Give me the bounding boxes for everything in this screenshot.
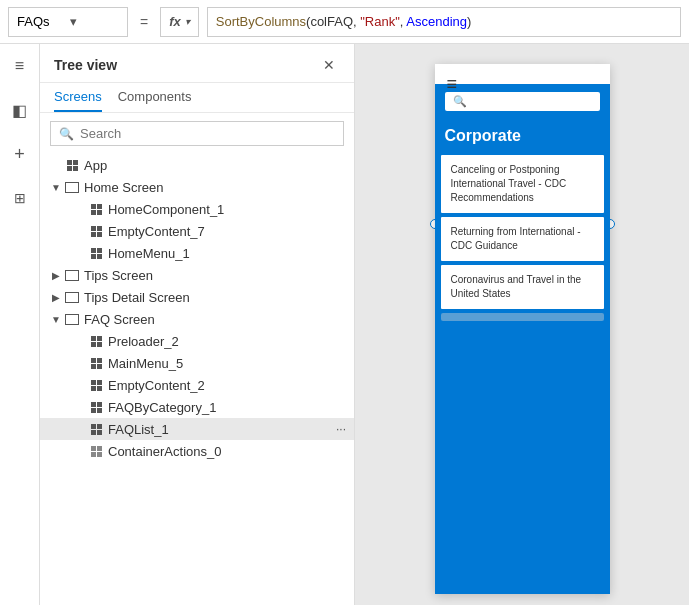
dropdown-value: FAQs <box>17 14 66 29</box>
phone-card-0[interactable]: Canceling or Postponing International Tr… <box>441 155 604 213</box>
tree-title: Tree view <box>54 57 117 73</box>
faqlist1-icon <box>88 421 104 437</box>
equals-sign: = <box>140 14 148 30</box>
faq-screen-icon <box>64 311 80 327</box>
top-bar: FAQs ▾ = fx ▾ SortByColumns(colFAQ, "Ran… <box>0 0 689 44</box>
canvas-area: ≡ 🔍 Corporate Canceling or Postponing In… <box>355 44 689 605</box>
faqbycategory1-label: FAQByCategory_1 <box>108 400 216 415</box>
fx-button[interactable]: fx ▾ <box>160 7 199 37</box>
tree-item-tips-detail-screen[interactable]: ▶ Tips Detail Screen <box>40 286 354 308</box>
formula-text: SortByColumns(colFAQ, "Rank", Ascending) <box>216 14 472 29</box>
app-label: App <box>84 158 107 173</box>
faq-screen-label: FAQ Screen <box>84 312 155 327</box>
tree-item-emptycontent2[interactable]: EmptyContent_2 <box>40 374 354 396</box>
preloader2-icon <box>88 333 104 349</box>
search-icon: 🔍 <box>59 127 74 141</box>
containeractions0-icon <box>88 443 104 459</box>
dropdown-faqs[interactable]: FAQs ▾ <box>8 7 128 37</box>
phone-card-2[interactable]: Coronavirus and Travel in the United Sta… <box>441 265 604 309</box>
phone-section-title: Corporate <box>435 119 610 151</box>
phone-search-input[interactable] <box>471 96 592 108</box>
tree-item-homecomponent1[interactable]: HomeComponent_1 <box>40 198 354 220</box>
components-icon[interactable]: ⊞ <box>6 184 34 212</box>
faqlist1-label: FAQList_1 <box>108 422 169 437</box>
tree-item-faqlist1[interactable]: FAQList_1 ··· <box>40 418 354 440</box>
tree-panel: Tree view ✕ Screens Components 🔍 App <box>40 44 355 605</box>
tab-screens[interactable]: Screens <box>54 89 102 112</box>
left-icon-sidebar: ≡ ◧ + ⊞ <box>0 44 40 605</box>
phone-topbar: ≡ <box>435 64 610 84</box>
hamburger-icon[interactable]: ≡ <box>447 74 458 95</box>
tree-item-home-screen[interactable]: ▼ Home Screen <box>40 176 354 198</box>
mainmenu5-icon <box>88 355 104 371</box>
phone-search-icon: 🔍 <box>453 95 467 108</box>
close-button[interactable]: ✕ <box>318 54 340 76</box>
toggle-hc1 <box>72 201 88 217</box>
tree-item-faq-screen[interactable]: ▼ FAQ Screen <box>40 308 354 330</box>
tips-detail-screen-icon <box>64 289 80 305</box>
tree-item-containeractions0[interactable]: ContainerActions_0 <box>40 440 354 462</box>
tree-item-emptycontent7[interactable]: EmptyContent_7 <box>40 220 354 242</box>
search-box[interactable]: 🔍 <box>50 121 344 146</box>
toggle-preloader2 <box>72 333 88 349</box>
tree-item-app[interactable]: App <box>40 154 354 176</box>
toggle-faq-screen[interactable]: ▼ <box>48 311 64 327</box>
layers-icon[interactable]: ◧ <box>6 96 34 124</box>
phone-card-1[interactable]: Returning from International - CDC Guida… <box>441 217 604 261</box>
toggle-ec7 <box>72 223 88 239</box>
faqbycategory1-icon <box>88 399 104 415</box>
emptycontent2-icon <box>88 377 104 393</box>
tree-content: App ▼ Home Screen HomeComponent_1 <box>40 154 354 605</box>
toggle-tips-screen[interactable]: ▶ <box>48 267 64 283</box>
emptycontent2-label: EmptyContent_2 <box>108 378 205 393</box>
ec7-label: EmptyContent_7 <box>108 224 205 239</box>
main-area: ≡ ◧ + ⊞ Tree view ✕ Screens Components 🔍 <box>0 44 689 605</box>
hm1-icon <box>88 245 104 261</box>
toggle-emptycontent2 <box>72 377 88 393</box>
tree-header: Tree view ✕ <box>40 44 354 83</box>
tree-item-faqbycategory1[interactable]: FAQByCategory_1 <box>40 396 354 418</box>
ec7-icon <box>88 223 104 239</box>
toggle-containeractions0 <box>72 443 88 459</box>
toggle-home-screen[interactable]: ▼ <box>48 179 64 195</box>
hm1-label: HomeMenu_1 <box>108 246 190 261</box>
containeractions0-label: ContainerActions_0 <box>108 444 221 459</box>
toggle-mainmenu5 <box>72 355 88 371</box>
faqlist1-actions[interactable]: ··· <box>336 422 346 436</box>
dropdown-arrow-icon: ▾ <box>70 14 119 29</box>
tree-item-homemenu1[interactable]: HomeMenu_1 <box>40 242 354 264</box>
phone-search-inner[interactable]: 🔍 <box>445 92 600 111</box>
phone-content: Corporate Canceling or Postponing Intern… <box>435 119 610 594</box>
tips-screen-label: Tips Screen <box>84 268 153 283</box>
toggle-faqlist1 <box>72 421 88 437</box>
phone-search-bar: 🔍 <box>435 84 610 119</box>
phone-preview: ≡ 🔍 Corporate Canceling or Postponing In… <box>435 64 610 594</box>
search-input[interactable] <box>80 126 335 141</box>
tree-item-tips-screen[interactable]: ▶ Tips Screen <box>40 264 354 286</box>
toggle-faqbycategory1 <box>72 399 88 415</box>
tree-item-preloader2[interactable]: Preloader_2 <box>40 330 354 352</box>
fx-label: fx <box>169 14 181 29</box>
preloader2-label: Preloader_2 <box>108 334 179 349</box>
scroll-indicator <box>441 313 604 321</box>
toggle-tips-detail-screen[interactable]: ▶ <box>48 289 64 305</box>
fx-chevron-icon: ▾ <box>185 16 190 27</box>
mainmenu5-label: MainMenu_5 <box>108 356 183 371</box>
hc1-label: HomeComponent_1 <box>108 202 224 217</box>
home-screen-icon <box>64 179 80 195</box>
toggle-hm1 <box>72 245 88 261</box>
tips-detail-screen-label: Tips Detail Screen <box>84 290 190 305</box>
home-screen-label: Home Screen <box>84 180 163 195</box>
menu-icon[interactable]: ≡ <box>6 52 34 80</box>
tips-screen-icon <box>64 267 80 283</box>
add-icon[interactable]: + <box>6 140 34 168</box>
tree-tabs: Screens Components <box>40 83 354 113</box>
toggle-app <box>48 157 64 173</box>
formula-bar[interactable]: SortByColumns(colFAQ, "Rank", Ascending) <box>207 7 681 37</box>
tree-item-mainmenu5[interactable]: MainMenu_5 <box>40 352 354 374</box>
app-icon <box>64 157 80 173</box>
hc1-icon <box>88 201 104 217</box>
tab-components[interactable]: Components <box>118 89 192 112</box>
